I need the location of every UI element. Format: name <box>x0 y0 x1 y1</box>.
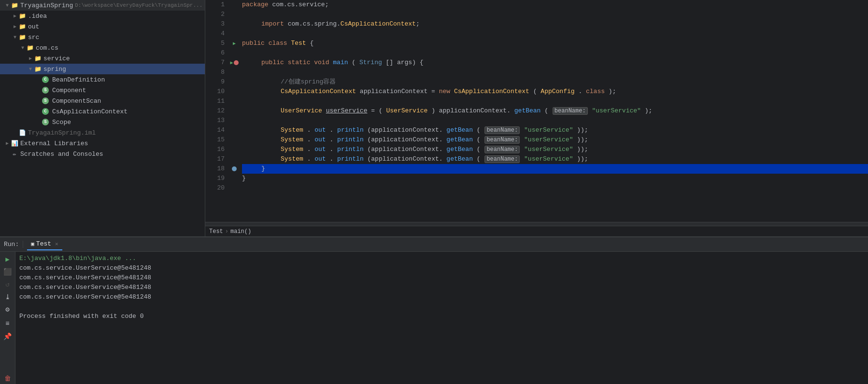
iml-icon: 📄 <box>18 129 26 137</box>
sidebar-item-component[interactable]: S Component <box>0 85 205 96</box>
gutter-2 <box>228 10 240 19</box>
sidebar-label-componentscan: ComponentScan <box>52 97 101 105</box>
tree-arrow-external <box>4 140 11 146</box>
run-panel-body: ▶ ⬛ ↺ ⤓ ⚙ ≡ 📌 🗑 E:\java\jdk1.8\bin\java.… <box>0 252 868 384</box>
sidebar-item-out[interactable]: 📁 out <box>0 21 205 32</box>
sidebar-label-iml: TryagainSpring.iml <box>28 129 96 137</box>
folder-icon-out: 📁 <box>18 23 26 30</box>
line-num-5: 5 <box>205 39 225 48</box>
code-line-18: } <box>242 164 868 174</box>
run-close-button[interactable]: 🗑 <box>2 373 13 384</box>
code-line-19: } <box>242 174 868 183</box>
code-line-5: public class Test { <box>242 39 868 48</box>
sidebar-label-src: src <box>28 34 39 41</box>
run-rerun-button[interactable]: ↺ <box>2 279 13 289</box>
output-line-1: com.cs.service.UserService@5e481248 <box>19 263 864 273</box>
output-line-0: E:\java\jdk1.8\bin\java.exe ... <box>19 254 864 263</box>
sidebar-item-comcs[interactable]: 📁 com.cs <box>0 42 205 53</box>
param-hint-16: beanName: <box>484 146 520 153</box>
sidebar-label-tryagainspring: TryagainSpring <box>20 2 73 9</box>
sidebar-item-csappcontext[interactable]: C CsApplicationContext <box>0 106 205 117</box>
sidebar-item-beandefinition[interactable]: C BeanDefinition <box>0 74 205 85</box>
code-line-15: System . out . println (applicationConte… <box>242 135 868 145</box>
code-line-7: public static void main ( String [] args… <box>242 58 868 68</box>
main-area: 📁 TryagainSpring D:\workspace\EveryDayFu… <box>0 0 868 236</box>
breadcrumb-bar: Test › main() <box>205 226 868 236</box>
code-line-8 <box>242 68 868 77</box>
line-numbers: 1 2 3 4 5 6 7 8 9 10 11 12 13 14 15 16 1… <box>205 0 228 222</box>
line-num-8: 8 <box>205 68 225 77</box>
run-settings-button[interactable]: ⚙ <box>2 304 13 315</box>
code-line-3: import com.cs.spring.CsApplicationContex… <box>242 19 868 29</box>
output-line-3: com.cs.service.UserService@5e481248 <box>19 283 864 292</box>
code-line-12: UserService userService = ( UserService … <box>242 106 868 116</box>
tree-arrow-tryagainspring <box>4 3 11 8</box>
run-play-button[interactable]: ▶ <box>2 254 13 264</box>
run-tab-close[interactable]: ✕ <box>55 241 58 247</box>
line-num-10: 10 <box>205 87 225 96</box>
folder-icon-idea: 📁 <box>18 12 26 20</box>
line-num-17: 17 <box>205 154 225 164</box>
run-pin-button[interactable]: 📌 <box>2 331 13 342</box>
run-tab-label: Test <box>36 240 51 247</box>
code-line-11 <box>242 96 868 106</box>
sidebar-item-src[interactable]: 📁 src <box>0 32 205 42</box>
gutter-5[interactable]: ▶ <box>228 39 240 48</box>
line-num-6: 6 <box>205 48 225 58</box>
folder-icon-spring: 📁 <box>34 65 42 73</box>
sidebar-item-scope[interactable]: S Scope <box>0 117 205 127</box>
line-num-16: 16 <box>205 145 225 154</box>
breakpoint-18[interactable] <box>232 166 237 171</box>
tree-arrow-spring <box>27 67 34 72</box>
gutter-13 <box>228 116 240 125</box>
output-line-2: com.cs.service.UserService@5e481248 <box>19 273 864 283</box>
run-filter-button[interactable]: ≡ <box>2 318 13 329</box>
code-line-6 <box>242 48 868 58</box>
code-line-14: System . out . println (applicationConte… <box>242 125 868 135</box>
folder-icon: 📁 <box>11 1 18 9</box>
code-line-10: CsApplicationContext applicationContext … <box>242 87 868 96</box>
gutter-19 <box>228 174 240 183</box>
run-icon-5[interactable]: ▶ <box>233 41 236 46</box>
gutter-11 <box>228 96 240 106</box>
java-class-icon-bd: C <box>42 76 49 83</box>
output-line-4: com.cs.service.UserService@5e481248 <box>19 292 864 302</box>
sidebar-item-service[interactable]: 📁 service <box>0 53 205 64</box>
scratches-icon: ✏️ <box>11 150 18 158</box>
sidebar-item-tryagainspring[interactable]: 📁 TryagainSpring D:\workspace\EveryDayFu… <box>0 0 205 11</box>
gutter-10 <box>228 87 240 96</box>
run-toolbar: ▶ ⬛ ↺ ⤓ ⚙ ≡ 📌 🗑 <box>0 252 15 384</box>
sidebar-item-spring[interactable]: 📁 spring <box>0 64 205 74</box>
gutter-18[interactable] <box>228 164 240 174</box>
gutter: ▶ ▶ <box>228 0 240 222</box>
line-num-15: 15 <box>205 135 225 145</box>
gutter-3 <box>228 19 240 29</box>
sidebar: 📁 TryagainSpring D:\workspace\EveryDayFu… <box>0 0 205 236</box>
sidebar-label-spring: spring <box>43 66 66 73</box>
sidebar-label-component: Component <box>52 87 86 94</box>
run-panel: Run: ▣ Test ✕ ▶ ⬛ ↺ ⤓ ⚙ ≡ 📌 🗑 E:\java\jd… <box>0 236 868 384</box>
line-num-9: 9 <box>205 77 225 87</box>
line-num-2: 2 <box>205 10 225 19</box>
line-num-1: 1 <box>205 0 225 10</box>
sidebar-label-comcs: com.cs <box>36 44 58 52</box>
breadcrumb-sep: › <box>225 228 228 235</box>
gutter-7[interactable]: ▶ <box>228 58 240 68</box>
run-stop-button[interactable]: ⬛ <box>2 266 13 277</box>
breakpoint-7[interactable] <box>234 60 239 65</box>
sidebar-item-idea[interactable]: 📁 .idea <box>0 11 205 21</box>
gutter-8 <box>228 68 240 77</box>
sidebar-item-iml[interactable]: 📄 TryagainSpring.iml <box>0 127 205 138</box>
sidebar-item-componentscan[interactable]: S ComponentScan <box>0 96 205 106</box>
run-tab-test[interactable]: ▣ Test ✕ <box>27 238 62 250</box>
run-scroll-end-button[interactable]: ⤓ <box>2 291 13 302</box>
editor-scrollbar[interactable] <box>205 222 868 226</box>
tree-arrow-service <box>27 55 34 61</box>
code-area[interactable]: package com.cs.service; import com.cs.sp… <box>240 0 868 222</box>
output-line-6: Process finished with exit code 0 <box>19 312 864 321</box>
run-tab-icon: ▣ <box>31 241 34 247</box>
sidebar-item-scratches[interactable]: ✏️ Scratches and Consoles <box>0 149 205 159</box>
sidebar-item-external[interactable]: 📊 External Libraries <box>0 138 205 149</box>
gutter-4 <box>228 29 240 39</box>
run-icon-7[interactable]: ▶ <box>230 60 233 66</box>
